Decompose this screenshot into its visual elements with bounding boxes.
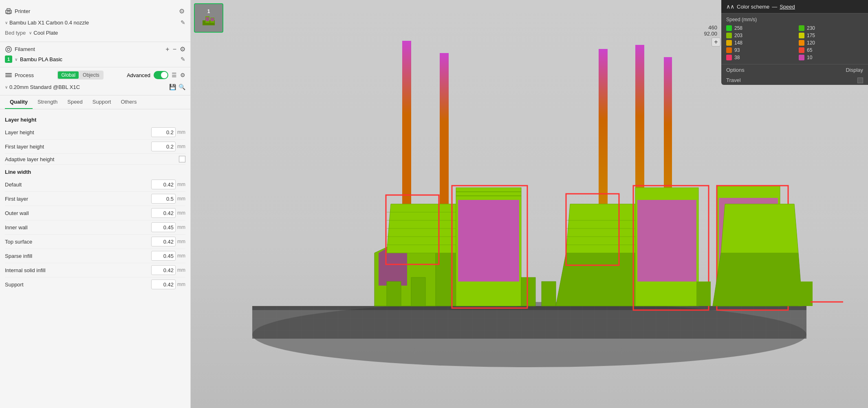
legend-color-120: [799, 40, 804, 46]
filament-title: Filament: [5, 46, 35, 53]
svg-rect-13: [402, 41, 411, 224]
filament-settings-button[interactable]: ⚙: [180, 45, 185, 53]
filament-item-left: 1 ∨ Bambu PLA Basic: [5, 55, 62, 63]
internal-solid-infill-value-group: mm: [151, 265, 185, 275]
svg-rect-33: [521, 277, 535, 306]
profile-chevron-icon: ∨: [5, 85, 8, 89]
svg-marker-50: [713, 253, 802, 306]
color-scheme-value[interactable]: Speed: [780, 4, 795, 10]
first-layer-row: First layer mm: [5, 192, 185, 206]
svg-point-5: [7, 48, 10, 51]
sparse-infill-row: Sparse infill mm: [5, 249, 185, 263]
legend-item-175: 175: [799, 32, 863, 39]
process-more-button[interactable]: ⚙: [180, 72, 185, 78]
first-layer-input[interactable]: [151, 194, 176, 204]
internal-solid-infill-input[interactable]: [151, 265, 176, 275]
inner-wall-input[interactable]: [151, 222, 176, 232]
inner-wall-row: Inner wall mm: [5, 220, 185, 235]
legend-color-148: [726, 40, 732, 46]
printer-settings-button[interactable]: ⚙: [178, 7, 185, 16]
adaptive-layer-height-checkbox[interactable]: [179, 156, 185, 162]
color-scheme-footer: Options Display: [721, 64, 868, 75]
profile-save-button[interactable]: 💾: [169, 84, 176, 90]
top-surface-input[interactable]: [151, 237, 176, 246]
support-input[interactable]: [151, 279, 176, 289]
printer-icon: [5, 8, 12, 15]
color-scheme-title-label: Color scheme: [737, 4, 769, 10]
process-title-label: Process: [15, 72, 34, 78]
filament-chevron-icon: ∨: [15, 57, 18, 62]
filament-edit-icon[interactable]: ✎: [181, 56, 185, 62]
sparse-infill-value-group: mm: [151, 251, 185, 261]
tab-quality[interactable]: Quality: [5, 95, 33, 109]
legend-title: Speed (mm/s): [726, 17, 863, 22]
outer-wall-row: Outer wall mm: [5, 206, 185, 220]
profile-actions: 💾 🔍: [169, 84, 185, 90]
first-layer-height-input[interactable]: [151, 142, 176, 151]
collapse-icon[interactable]: ∧∧: [726, 3, 734, 10]
settings-content: Layer height Layer height mm First layer…: [0, 109, 190, 408]
coord-y: 92.00: [704, 31, 717, 37]
legend-label-203: 203: [734, 33, 742, 38]
top-surface-row: Top surface mm: [5, 235, 185, 249]
internal-solid-infill-unit: mm: [177, 267, 185, 273]
printer-section: Printer ⚙ ∨ Bambu Lab X1 Carbon 0.4 nozz…: [0, 0, 190, 42]
profile-name[interactable]: ∨ 0.20mm Standard @BBL X1C: [5, 84, 80, 90]
options-button[interactable]: Options: [726, 67, 745, 73]
left-panel: Printer ⚙ ∨ Bambu Lab X1 Carbon 0.4 nozz…: [0, 0, 191, 408]
svg-rect-7: [5, 75, 12, 75]
sparse-infill-label: Sparse infill: [5, 253, 151, 259]
svg-point-4: [6, 47, 11, 52]
travel-label: Travel: [726, 77, 741, 83]
svg-marker-51: [721, 204, 798, 253]
adaptive-layer-height-value-group: [179, 156, 185, 162]
first-layer-unit: mm: [177, 196, 185, 202]
layer-height-unit: mm: [177, 129, 185, 135]
add-filament-button[interactable]: +: [165, 46, 169, 53]
first-layer-label: First layer: [5, 196, 151, 202]
process-tab-global[interactable]: Global: [58, 71, 79, 79]
tab-strength[interactable]: Strength: [33, 95, 62, 109]
advanced-toggle[interactable]: [154, 71, 168, 79]
sparse-infill-input[interactable]: [151, 251, 176, 261]
svg-rect-28: [458, 200, 519, 282]
bed-type-value[interactable]: ∨ Cool Plate: [29, 30, 58, 36]
first-layer-height-unit: mm: [177, 144, 185, 149]
outer-wall-label: Outer wall: [5, 210, 151, 216]
tab-support[interactable]: Support: [88, 95, 116, 109]
svg-point-3: [10, 11, 11, 12]
color-scheme-panel: ∧∧ Color scheme — Speed Speed (mm/s) 258…: [721, 0, 868, 85]
legend-item-65: 65: [799, 47, 863, 53]
svg-rect-53: [798, 282, 813, 306]
printer-edit-icon[interactable]: ✎: [181, 19, 185, 26]
filament-title-label: Filament: [15, 46, 35, 52]
filament-icon: [5, 46, 12, 53]
plate-thumbnail[interactable]: 1: [194, 3, 223, 33]
outer-wall-unit: mm: [177, 210, 185, 216]
svg-rect-32: [411, 277, 425, 306]
svg-rect-6: [5, 73, 12, 74]
svg-rect-59: [211, 18, 214, 21]
legend-item-38: 38: [726, 54, 791, 61]
tab-others[interactable]: Others: [116, 95, 141, 109]
legend-item-93: 93: [726, 47, 791, 53]
legend-label-120: 120: [807, 40, 815, 46]
layer-height-value-group: mm: [151, 127, 185, 137]
layer-height-input[interactable]: [151, 127, 176, 137]
outer-wall-input[interactable]: [151, 208, 176, 218]
tab-speed[interactable]: Speed: [62, 95, 88, 109]
process-tab-objects[interactable]: Objects: [79, 71, 103, 79]
plate-preview-icon: [200, 14, 217, 27]
travel-checkbox[interactable]: [857, 78, 863, 83]
legend-item-120: 120: [799, 40, 863, 46]
process-list-button[interactable]: ☰: [172, 72, 177, 78]
process-header: Process Global Objects Advanced ☰ ⚙: [5, 71, 185, 80]
profile-search-button[interactable]: 🔍: [178, 84, 185, 90]
coord-x: 460: [708, 24, 717, 31]
color-legend: Speed (mm/s) 258 230 203 175: [721, 13, 868, 64]
add-button[interactable]: +: [712, 38, 720, 47]
line-width-default-input[interactable]: [151, 180, 176, 189]
process-section: Process Global Objects Advanced ☰ ⚙ ∨ 0.…: [0, 67, 190, 95]
display-button[interactable]: Display: [846, 67, 863, 73]
remove-filament-button[interactable]: −: [173, 46, 176, 53]
